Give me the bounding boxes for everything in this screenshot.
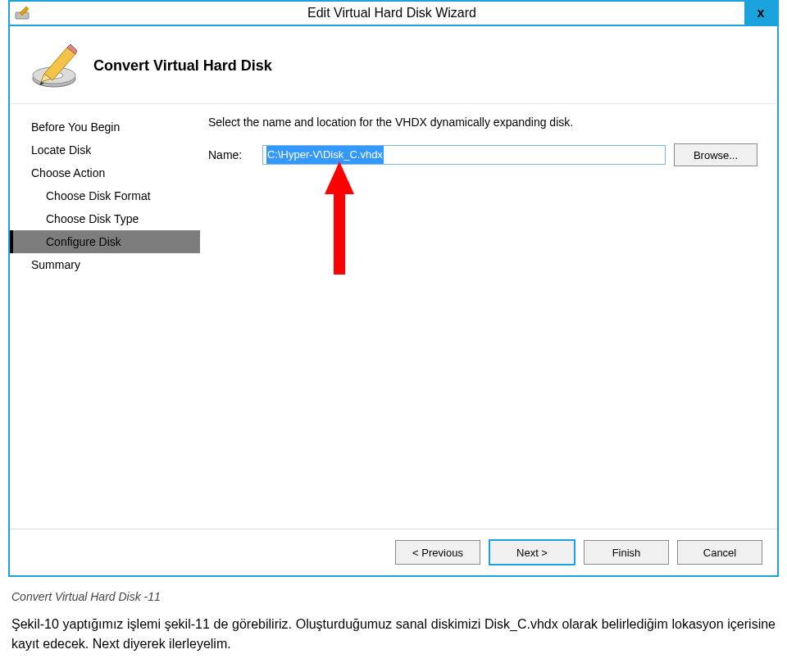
hard-disk-pencil-icon bbox=[30, 41, 79, 90]
name-input-value: C:\Hyper-V\Disk_C.vhdx bbox=[266, 146, 384, 164]
cancel-button-label: Cancel bbox=[703, 547, 736, 559]
nav-choose-disk-format[interactable]: Choose Disk Format bbox=[10, 184, 200, 207]
nav-before-you-begin[interactable]: Before You Begin bbox=[10, 116, 200, 138]
wizard-step-title: Convert Virtual Hard Disk bbox=[93, 57, 272, 75]
nav-configure-disk[interactable]: Configure Disk bbox=[10, 230, 200, 253]
name-row: Name: C:\Hyper-V\Disk_C.vhdx Browse... bbox=[208, 143, 757, 166]
figure-caption: Convert Virtual Hard Disk -11 bbox=[11, 590, 776, 603]
next-button[interactable]: Next > bbox=[489, 539, 575, 565]
wizard-footer: < Previous Next > Finish Cancel bbox=[10, 529, 777, 575]
cancel-button[interactable]: Cancel bbox=[677, 540, 762, 565]
browse-button-label: Browse... bbox=[694, 149, 738, 161]
app-icon bbox=[15, 6, 30, 20]
nav-summary[interactable]: Summary bbox=[10, 253, 200, 276]
red-arrow-annotation bbox=[323, 161, 356, 276]
svg-marker-9 bbox=[325, 161, 354, 275]
document-caption-area: Convert Virtual Hard Disk -11 Şekil-10 y… bbox=[8, 590, 779, 654]
close-icon: x bbox=[757, 6, 765, 20]
finish-button[interactable]: Finish bbox=[584, 540, 669, 565]
nav-choose-disk-type[interactable]: Choose Disk Type bbox=[10, 207, 200, 230]
wizard-body: Before You Begin Locate Disk Choose Acti… bbox=[10, 104, 777, 529]
wizard-window: Edit Virtual Hard Disk Wizard x Convert … bbox=[8, 0, 779, 577]
name-input[interactable]: C:\Hyper-V\Disk_C.vhdx bbox=[262, 145, 666, 165]
window-title: Edit Virtual Hard Disk Wizard bbox=[30, 6, 777, 20]
document-paragraph: Şekil-10 yaptığımız işlemi şekil-11 de g… bbox=[11, 615, 776, 654]
name-label: Name: bbox=[208, 148, 254, 161]
nav-choose-action[interactable]: Choose Action bbox=[10, 161, 200, 184]
instruction-text: Select the name and location for the VHD… bbox=[208, 116, 757, 129]
previous-button-label: < Previous bbox=[412, 547, 463, 559]
finish-button-label: Finish bbox=[612, 547, 641, 559]
title-bar: Edit Virtual Hard Disk Wizard x bbox=[10, 2, 777, 26]
next-button-label: Next > bbox=[516, 547, 548, 559]
wizard-content: Select the name and location for the VHD… bbox=[200, 104, 777, 529]
nav-locate-disk[interactable]: Locate Disk bbox=[10, 138, 200, 161]
browse-button[interactable]: Browse... bbox=[674, 143, 757, 166]
previous-button[interactable]: < Previous bbox=[395, 540, 480, 565]
close-button[interactable]: x bbox=[744, 2, 777, 25]
wizard-header: Convert Virtual Hard Disk bbox=[10, 26, 777, 104]
wizard-nav: Before You Begin Locate Disk Choose Acti… bbox=[10, 104, 200, 529]
